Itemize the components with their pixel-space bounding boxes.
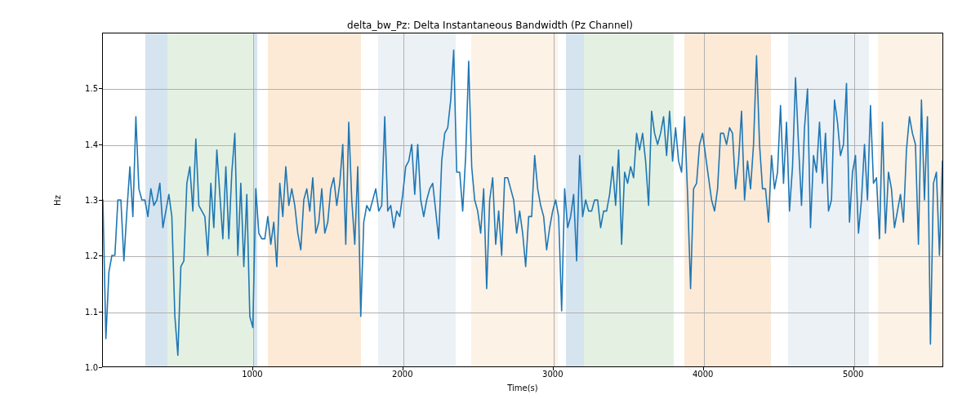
plot-area	[102, 33, 943, 367]
chart-title: delta_bw_Pz: Delta Instantaneous Bandwid…	[0, 20, 980, 31]
y-tick-label: 1.3	[65, 196, 98, 205]
x-tick-label: 1000	[242, 370, 262, 379]
line-series	[103, 33, 942, 366]
tick-mark-y	[99, 312, 102, 313]
x-tick-label: 2000	[392, 370, 412, 379]
y-tick-label: 1.1	[65, 307, 98, 316]
y-tick-label: 1.2	[65, 251, 98, 260]
tick-mark-y	[99, 88, 102, 89]
tick-mark-y	[99, 144, 102, 145]
tick-mark-y	[99, 255, 102, 256]
y-tick-label: 1.5	[65, 84, 98, 93]
x-axis-label: Time(s)	[102, 384, 943, 392]
x-tick-label: 5000	[843, 370, 863, 379]
figure: delta_bw_Pz: Delta Instantaneous Bandwid…	[0, 0, 980, 408]
x-tick-label: 4000	[693, 370, 713, 379]
tick-mark-y	[99, 200, 102, 201]
y-tick-label: 1.4	[65, 140, 98, 149]
tick-mark-y	[99, 367, 102, 368]
x-tick-label: 3000	[542, 370, 563, 379]
y-axis-label: Hz	[49, 33, 65, 367]
y-tick-label: 1.0	[65, 363, 98, 372]
